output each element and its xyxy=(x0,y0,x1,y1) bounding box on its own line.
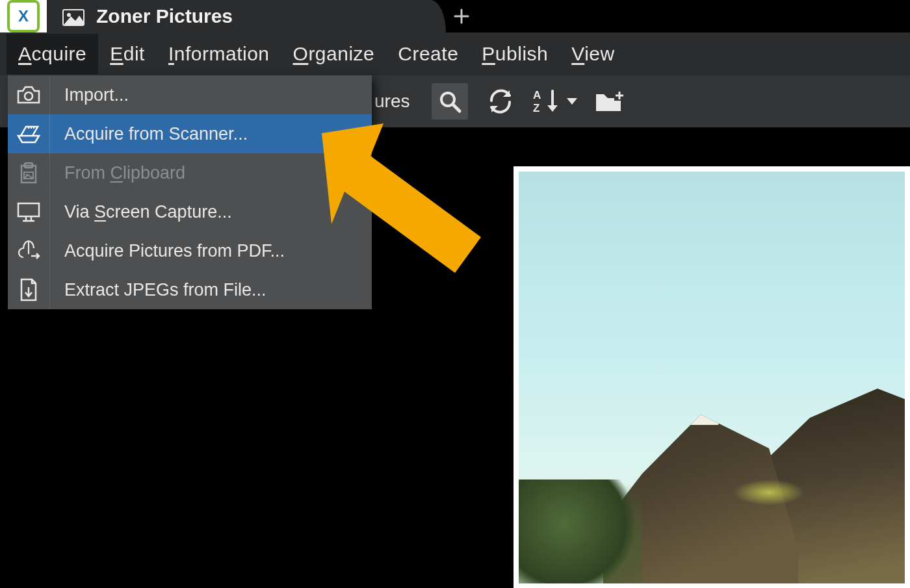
svg-text:A: A xyxy=(533,89,541,101)
tab-active[interactable]: Zoner Pictures xyxy=(47,0,446,32)
menuitem-acquire-from-scanner[interactable]: Acquire from Scanner... xyxy=(8,114,372,153)
pdf-icon xyxy=(8,231,50,270)
menuitem-extract-jpegs-from-file[interactable]: Extract JPEGs from File... xyxy=(8,270,372,309)
menuitem-label: Via Screen Capture... xyxy=(50,202,232,222)
menuitem-label: Acquire from Scanner... xyxy=(50,124,248,144)
menu-acquire[interactable]: Acquire xyxy=(6,34,98,74)
svg-rect-11 xyxy=(18,203,39,216)
menubar: AcquireEditInformationOrganizeCreatePubl… xyxy=(0,32,910,75)
search-button[interactable] xyxy=(432,83,468,120)
search-icon xyxy=(437,89,462,114)
menuitem-label: Extract JPEGs from File... xyxy=(50,280,266,300)
svg-point-6 xyxy=(25,92,32,100)
svg-point-1 xyxy=(67,13,71,17)
app-icon-letter: X xyxy=(7,0,40,32)
menu-organize[interactable]: Organize xyxy=(281,34,387,74)
monitor-icon xyxy=(8,192,50,231)
menuitem-label: From Clipboard xyxy=(50,163,185,183)
menu-information[interactable]: Information xyxy=(157,34,281,74)
menu-view[interactable]: View xyxy=(560,34,626,74)
new-tab-button[interactable] xyxy=(442,0,481,32)
scanner-icon xyxy=(8,114,50,153)
menuitem-from-clipboard: From Clipboard xyxy=(8,153,372,192)
titlebar: X Zoner Pictures xyxy=(0,0,910,32)
svg-text:Z: Z xyxy=(533,102,540,114)
breadcrumb-tail[interactable]: ures xyxy=(373,86,417,117)
refresh-button[interactable] xyxy=(482,83,519,120)
menuitem-label: Import... xyxy=(50,85,129,105)
app-icon[interactable]: X xyxy=(0,0,47,32)
acquire-dropdown: Import...Acquire from Scanner...From Cli… xyxy=(8,75,372,309)
menuitem-import[interactable]: Import... xyxy=(8,75,372,114)
refresh-icon xyxy=(488,89,514,114)
menuitem-via-screen-capture[interactable]: Via Screen Capture... xyxy=(8,192,372,231)
menu-create[interactable]: Create xyxy=(386,34,470,74)
tab-title: Zoner Pictures xyxy=(96,5,233,27)
camera-icon xyxy=(8,75,50,114)
image-preview[interactable] xyxy=(514,166,910,588)
picture-icon xyxy=(62,6,84,26)
sort-az-icon: AZ xyxy=(533,88,562,114)
menuitem-acquire-pictures-from-pdf[interactable]: Acquire Pictures from PDF... xyxy=(8,231,372,270)
sort-button[interactable]: AZ xyxy=(533,83,577,120)
file-extract-icon xyxy=(8,270,50,309)
menu-publish[interactable]: Publish xyxy=(470,34,560,74)
new-folder-button[interactable] xyxy=(592,83,628,120)
menu-edit[interactable]: Edit xyxy=(98,34,157,74)
chevron-down-icon xyxy=(567,98,577,105)
clipboard-icon xyxy=(8,153,50,192)
new-folder-icon xyxy=(595,89,625,114)
menuitem-label: Acquire Pictures from PDF... xyxy=(50,241,285,261)
